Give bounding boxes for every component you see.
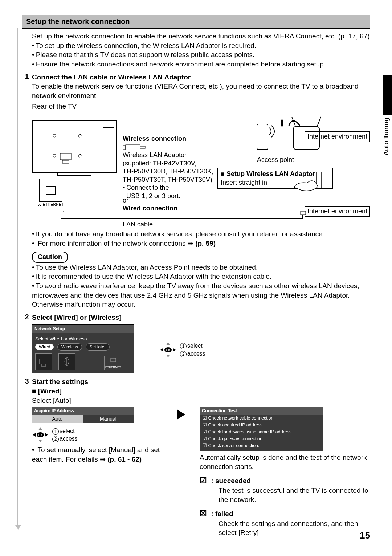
caution-bullet-3: To avoid radio wave interference, keep t… <box>32 281 370 300</box>
svg-marker-22 <box>160 348 163 352</box>
conn-item-1: Check network cable connection. <box>200 415 323 422</box>
step-3-number: 3 <box>22 377 32 385</box>
caution-bullet-3b: Otherwise malfunction may occur. <box>32 300 370 309</box>
wired-label: [Wired] <box>38 387 62 395</box>
succeeded-desc: The test is successful and the TV is con… <box>219 486 370 504</box>
ethernet-label: 🖧 ETHERNET <box>38 203 64 207</box>
step-1-number: 1 <box>22 73 32 81</box>
step1-after-bullet-2: For more information of the network conn… <box>32 239 216 248</box>
page-number: 15 <box>360 530 370 541</box>
conn-item-4: Check gateway connection. <box>200 436 323 442</box>
tv-ports-icon <box>33 121 116 172</box>
usb-adaptor-icon <box>123 144 148 150</box>
conn-item-3: Check for devices using same IP address. <box>200 429 323 436</box>
svg-marker-26 <box>38 427 42 430</box>
acquire-ip-osd: Acquire IP Address Auto Manual <box>32 407 134 423</box>
svg-rect-11 <box>257 124 268 150</box>
setup-wlan-box: ■ Setup Wireless LAN Adaptor Insert stra… <box>217 168 333 189</box>
lan-cable-line <box>61 211 340 222</box>
step-1-title: Connect the LAN cable or Wireless LAN Ad… <box>32 73 370 82</box>
arrow-right-icon <box>177 409 185 420</box>
osd-wireless-button[interactable]: Wireless <box>57 343 82 351</box>
section-title: Setup the network connection <box>22 15 370 29</box>
step-2-title: Select [Wired] or [Wireless] <box>32 313 370 322</box>
intro-bullet-2: Please note that this TV does not suppor… <box>32 50 254 60</box>
intro-bullet-1: To set up the wireless connection, the W… <box>32 41 256 50</box>
caution-label: Caution <box>32 252 68 262</box>
osd-setlater-button[interactable]: Set later <box>86 343 110 351</box>
or-label: or <box>123 197 128 204</box>
dpad-icon: OK <box>160 342 176 358</box>
svg-rect-9 <box>61 211 63 212</box>
internet-env-box-2: Internet environment <box>305 206 370 217</box>
margin-guide-line <box>17 28 18 527</box>
network-setup-osd: Network Setup Select Wired or Wireless W… <box>32 324 134 374</box>
svg-point-0 <box>53 134 56 137</box>
svg-marker-21 <box>166 355 170 357</box>
svg-rect-19 <box>111 358 116 362</box>
svg-marker-28 <box>33 433 36 437</box>
osd-wired-button[interactable]: Wired <box>35 344 54 350</box>
svg-line-14 <box>317 117 321 126</box>
failed-desc: Check the settings and connections, and … <box>219 519 370 537</box>
conn-item-5: Check server connection. <box>200 442 323 449</box>
svg-point-3 <box>78 154 81 157</box>
conn-test-title: Connection Test <box>200 407 323 415</box>
svg-point-1 <box>78 134 81 137</box>
svg-rect-4 <box>60 153 71 160</box>
lan-cable-label: LAN cable <box>123 221 153 228</box>
step-3-title: Start the settings <box>32 377 370 387</box>
svg-rect-8 <box>140 146 145 148</box>
succeeded-label: : succeeded <box>211 477 251 485</box>
step1-after-bullet-1: If you do not have any broadband network… <box>32 229 324 239</box>
intro-text: Set up the network connection to enable … <box>32 32 370 41</box>
svg-rect-6 <box>123 146 126 149</box>
svg-marker-20 <box>166 342 170 345</box>
svg-marker-29 <box>45 433 48 437</box>
connection-diagram: 🖧 ETHERNET Wireless connection Wireless … <box>32 113 370 229</box>
internet-env-box-1: Internet environment <box>305 131 370 142</box>
intro-bullet-3: Ensure the network connections and netwo… <box>32 60 326 69</box>
succeeded-icon: ☑ <box>200 476 207 485</box>
ethernet-port-zoom <box>39 179 62 202</box>
rear-of-tv-label: Rear of the TV <box>32 102 370 111</box>
svg-rect-7 <box>126 145 140 150</box>
dpad-instructions: OK 1select 2access <box>160 342 205 358</box>
svg-point-2 <box>53 154 56 157</box>
auto-done-text: Automatically setup is done and the test… <box>200 453 370 471</box>
ip-manual-option[interactable]: Manual <box>83 415 134 423</box>
dpad-icon-2: OK <box>32 426 49 443</box>
manual-note: To set manually, select [Manual] and set… <box>32 445 163 464</box>
osd-prompt: Select Wired or Wireless <box>35 336 131 342</box>
insert-hand-icon <box>290 171 330 192</box>
dpad-instructions-2: OK 1select 2access <box>32 426 163 443</box>
svg-text:OK: OK <box>166 348 170 352</box>
svg-marker-27 <box>38 440 42 442</box>
failed-label: : failed <box>211 510 233 518</box>
step-1-desc: To enable the network service functions … <box>32 82 370 100</box>
margin-guide-arrow <box>15 525 21 530</box>
caution-bullet-1: To use the Wireless LAN Adaptor, an Acce… <box>32 263 258 272</box>
ip-osd-title: Acquire IP Address <box>32 407 134 414</box>
svg-marker-23 <box>173 348 176 352</box>
access-point-icon <box>257 113 290 153</box>
conn-item-2: Check acquired IP address. <box>200 422 323 429</box>
ip-auto-option[interactable]: Auto <box>32 415 83 423</box>
tv-stand-icon <box>57 172 91 176</box>
svg-rect-5 <box>62 160 69 163</box>
caution-bullet-2: It is recommended to use the Wireless LA… <box>32 272 271 281</box>
connection-test-osd: Connection Test Check network cable conn… <box>200 407 323 450</box>
select-auto-label: Select [Auto] <box>32 396 370 405</box>
svg-text:OK: OK <box>38 433 42 437</box>
osd-ethernet-icon: ETHERNET <box>104 356 122 371</box>
tv-rear-illustration <box>32 120 117 173</box>
svg-rect-17 <box>41 364 46 366</box>
failed-icon: ☒ <box>200 509 207 518</box>
wireless-connection-title: Wireless connection <box>123 135 186 143</box>
access-point-label: Access point <box>257 156 294 164</box>
osd-wifi-icon <box>58 353 75 370</box>
osd-title: Network Setup <box>32 325 134 333</box>
svg-rect-16 <box>39 359 48 364</box>
step-2-number: 2 <box>22 313 32 321</box>
osd-lan-icon <box>35 353 52 370</box>
